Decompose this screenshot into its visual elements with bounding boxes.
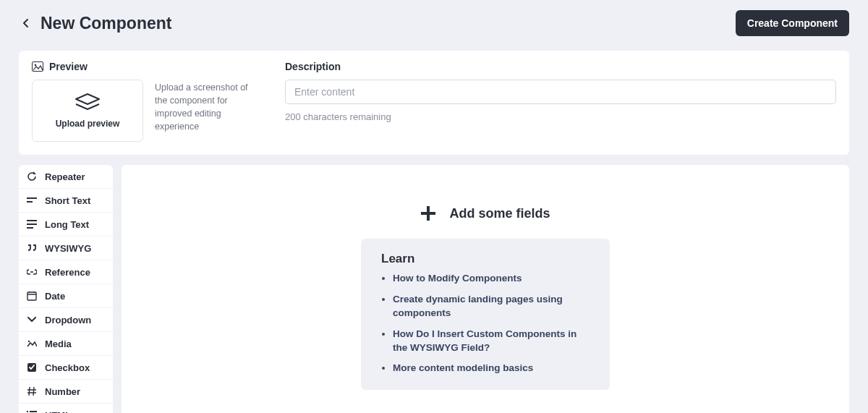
- editor-area: Repeater Short Text Long Text WYSIWYG Re…: [19, 165, 849, 413]
- svg-rect-6: [27, 227, 33, 229]
- field-label: WYSIWYG: [45, 243, 91, 254]
- page-header: New Component Create Component: [0, 0, 868, 43]
- header-left: New Component: [19, 14, 171, 33]
- learn-link[interactable]: How to Modify Components: [393, 272, 594, 286]
- page-title: New Component: [41, 14, 171, 33]
- field-reference[interactable]: Reference: [19, 260, 113, 284]
- upload-help-text: Upload a screenshot of the component for…: [155, 80, 249, 142]
- component-meta-panel: Preview Upload preview Upload a screensh…: [19, 51, 849, 155]
- field-type-sidebar: Repeater Short Text Long Text WYSIWYG Re…: [19, 165, 113, 413]
- field-media[interactable]: Media: [19, 332, 113, 356]
- field-number[interactable]: Number: [19, 380, 113, 404]
- field-wysiwyg[interactable]: WYSIWYG: [19, 237, 113, 260]
- add-fields-text: Add some fields: [449, 206, 550, 221]
- upload-preview-card[interactable]: Upload preview: [32, 80, 143, 142]
- image-icon: [32, 61, 43, 72]
- svg-rect-2: [27, 197, 37, 199]
- calendar-icon: [26, 290, 38, 302]
- svg-rect-11: [30, 411, 37, 412]
- learn-panel: Learn How to Modify Components Create dy…: [361, 239, 610, 390]
- svg-rect-3: [27, 201, 33, 203]
- svg-rect-17: [421, 212, 435, 215]
- media-icon: [26, 338, 38, 349]
- preview-label: Preview: [32, 61, 271, 72]
- short-text-icon: [26, 195, 38, 206]
- learn-link[interactable]: More content modeling basics: [393, 362, 594, 375]
- learn-link[interactable]: How Do I Insert Custom Components in the…: [393, 328, 594, 355]
- hash-icon: [26, 386, 38, 397]
- plus-icon: [420, 205, 436, 221]
- description-label: Description: [285, 61, 836, 72]
- characters-remaining: 200 characters remaining: [285, 111, 836, 122]
- field-repeater[interactable]: Repeater: [19, 165, 113, 189]
- svg-rect-4: [27, 220, 37, 221]
- field-long-text[interactable]: Long Text: [19, 213, 113, 237]
- field-label: Long Text: [45, 219, 89, 230]
- description-input[interactable]: [285, 80, 836, 104]
- field-label: Reference: [45, 267, 90, 278]
- field-label: Date: [45, 291, 65, 302]
- create-component-button[interactable]: Create Component: [736, 10, 849, 36]
- field-short-text[interactable]: Short Text: [19, 189, 113, 213]
- back-button[interactable]: [19, 16, 33, 30]
- svg-rect-10: [27, 411, 28, 412]
- quote-icon: [26, 242, 38, 254]
- learn-links: How to Modify Components Create dynamic …: [381, 272, 594, 375]
- layers-icon: [73, 93, 102, 113]
- refresh-icon: [26, 171, 38, 182]
- field-label: Repeater: [45, 171, 85, 182]
- svg-point-8: [28, 341, 30, 342]
- long-text-icon: [26, 218, 38, 230]
- field-label: Short Text: [45, 195, 90, 206]
- link-icon: [26, 266, 38, 278]
- svg-rect-7: [27, 292, 36, 300]
- add-fields-prompt: Add some fields: [420, 205, 550, 221]
- checkbox-icon: [26, 362, 38, 373]
- upload-preview-label: Upload preview: [56, 119, 120, 129]
- svg-rect-5: [27, 223, 37, 225]
- field-label: Dropdown: [45, 315, 91, 325]
- learn-title: Learn: [381, 252, 594, 266]
- learn-link[interactable]: Create dynamic landing pages using compo…: [393, 293, 594, 320]
- field-dropdown[interactable]: Dropdown: [19, 308, 113, 332]
- field-label: Checkbox: [45, 362, 90, 373]
- field-checkbox[interactable]: Checkbox: [19, 356, 113, 380]
- fields-canvas: Add some fields Learn How to Modify Comp…: [122, 165, 849, 413]
- chevron-down-icon: [26, 314, 38, 325]
- field-html[interactable]: HTML: [19, 404, 113, 413]
- field-date[interactable]: Date: [19, 284, 113, 308]
- field-label: Media: [45, 339, 72, 349]
- svg-point-1: [35, 64, 37, 67]
- field-label: HTML: [45, 410, 71, 414]
- preview-section: Preview Upload preview Upload a screensh…: [32, 61, 271, 142]
- chevron-left-icon: [22, 18, 30, 28]
- field-label: Number: [45, 386, 80, 397]
- description-section: Description 200 characters remaining: [285, 61, 836, 142]
- list-icon: [26, 409, 38, 413]
